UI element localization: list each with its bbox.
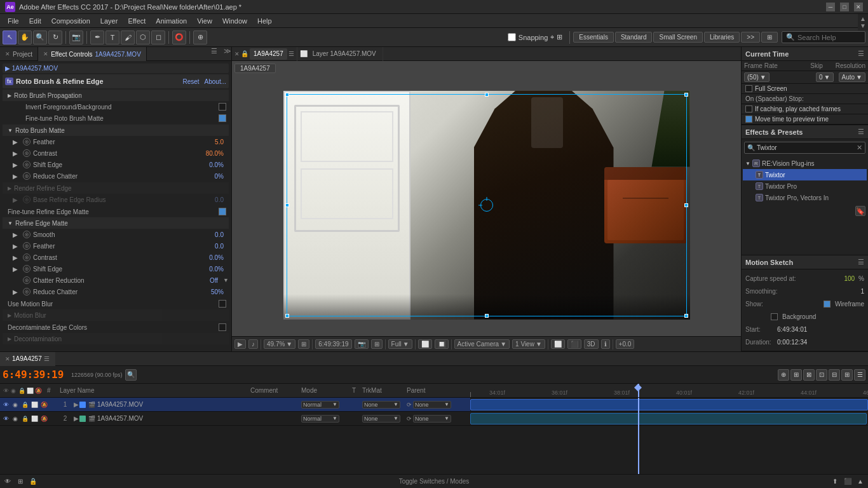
selection-tool[interactable]: ↖ (3, 30, 17, 44)
reset-button[interactable]: Reset (182, 78, 199, 85)
project-tab-close[interactable]: ✕ (5, 51, 10, 57)
layer2-shy[interactable]: 🔕 (39, 414, 48, 423)
prop-contrast-2[interactable]: ▶ ◎ Contrast 0.0% (3, 252, 229, 263)
layer1-shy[interactable]: 🔕 (39, 400, 48, 409)
comp-tab-close[interactable]: ✕ (234, 51, 240, 57)
vp-3d[interactable]: 3D (584, 339, 599, 349)
reduce-chatter2-value[interactable]: 50% (211, 288, 224, 295)
group-header-render-refine[interactable]: ▶ Render Refine Edge (3, 182, 229, 194)
move-time-checkbox[interactable] (745, 116, 752, 123)
track-clip-2[interactable] (470, 413, 867, 424)
ep-category-revisions[interactable]: ▼ R RE:Vision Plug-ins (743, 158, 867, 169)
tl-tool-4[interactable]: ⊡ (816, 369, 827, 381)
vp-region-btn[interactable]: ⬜ (418, 339, 432, 349)
group-header-motion-blur[interactable]: ▶ Motion Blur (3, 309, 229, 321)
tl-tool-2[interactable]: ⊞ (790, 369, 802, 381)
timeline-tab-menu[interactable]: ☰ (44, 355, 50, 362)
roto-tool[interactable]: ⭕ (172, 30, 186, 44)
vp-offset-display[interactable]: +0.0 (616, 339, 635, 349)
chatter-value[interactable]: Off (210, 277, 218, 284)
skip-dropdown[interactable]: 0 ▼ (816, 72, 833, 82)
handle-tm[interactable] (485, 93, 489, 97)
vp-mode1[interactable]: ⬜ (551, 339, 565, 349)
layer1-mode-select[interactable]: Normal ▼ (301, 401, 339, 409)
use-motion-blur-checkbox[interactable] (219, 300, 226, 308)
feather-value[interactable]: 5.0 (215, 139, 224, 146)
vp-camera-dropdown[interactable]: Active Camera ▼ (454, 339, 510, 349)
layer2-solo[interactable]: ◉ (11, 414, 20, 423)
snapping-checkbox[interactable] (508, 33, 516, 41)
menu-help[interactable]: Help (252, 14, 277, 28)
bc-btn-1[interactable]: 👁 (3, 477, 13, 487)
camera-tool[interactable]: 📷 (69, 30, 83, 44)
menu-window[interactable]: Window (217, 14, 252, 28)
tl-tool-5[interactable]: ⊟ (829, 369, 840, 381)
search-input[interactable] (797, 34, 861, 41)
contrast-value[interactable]: 80.0% (206, 150, 224, 157)
ep-search-clear[interactable]: ✕ (857, 144, 862, 152)
frame-rate-dropdown[interactable]: (50) ▼ (744, 72, 770, 82)
zoom-tool[interactable]: 🔍 (33, 30, 47, 44)
effect-tab-close[interactable]: ✕ (43, 51, 48, 57)
ms-background-checkbox[interactable] (771, 313, 778, 320)
menu-layer[interactable]: Layer (95, 14, 123, 28)
fine-tune-matte-checkbox[interactable] (219, 114, 226, 122)
prop-shift-edge[interactable]: ▶ ◎ Shift Edge 0.0% (3, 159, 229, 170)
ep-item-twixtor-pro-vectors[interactable]: T Twixtor Pro, Vectors In (743, 192, 867, 203)
comp-tab-main[interactable]: 1A9A4257 (250, 48, 287, 60)
layer1-expand[interactable]: ▶ (73, 401, 79, 408)
ep-bookmark-btn[interactable]: 🔖 (855, 206, 865, 216)
vp-playback-btn[interactable]: ▶ (234, 339, 246, 349)
layer2-trkmat-select[interactable]: None ▼ (362, 415, 400, 423)
tl-tool-6[interactable]: ⊞ (841, 369, 853, 381)
bc-btn-3[interactable]: 🔒 (28, 477, 38, 487)
shift-edge-value[interactable]: 0.0% (209, 161, 224, 168)
minimize-button[interactable]: ─ (826, 3, 835, 11)
vp-fit-btn[interactable]: ⊞ (298, 339, 309, 349)
layer1-eye[interactable]: 👁 (1, 400, 10, 409)
shift-edge2-value[interactable]: 0.0% (209, 266, 224, 273)
current-time-menu[interactable]: ☰ (858, 50, 864, 58)
track-clip-1[interactable] (470, 399, 868, 410)
smooth-value[interactable]: 0.0 (215, 231, 224, 238)
fine-tune-refine-checkbox[interactable] (219, 208, 226, 215)
panel-menu-btn[interactable]: ☰ (207, 47, 221, 60)
hand-tool[interactable]: ✋ (18, 30, 32, 44)
layer-row-1[interactable]: 👁 ◉ 🔒 ⬜ 🔕 1 ▶ 🎬 1A9A4257.MOV Normal (0, 398, 470, 412)
about-button[interactable]: About... (205, 78, 226, 85)
layer-row-2[interactable]: 👁 ◉ 🔒 ⬜ 🔕 2 ▶ 🎬 1A9A4257.MOV Normal (0, 412, 470, 426)
menu-animation[interactable]: Animation (151, 14, 192, 28)
toggle-switches-label[interactable]: Toggle Switches / Modes (41, 478, 827, 485)
prop-contrast[interactable]: ▶ ◎ Contrast 80.0% (3, 147, 229, 159)
layer2-eye[interactable]: 👁 (1, 414, 10, 423)
layer1-solo[interactable]: ◉ (11, 400, 20, 409)
menu-view[interactable]: View (192, 14, 217, 28)
panel-expand-btn[interactable]: ≫ (224, 47, 231, 60)
workspace-standard[interactable]: Standard (615, 32, 653, 43)
bc-btn-compose[interactable]: ⬆ (830, 477, 840, 487)
layer1-name[interactable]: 1A9A4257.MOV (97, 401, 250, 408)
reduce-chatter-expand[interactable]: ▶ (13, 173, 23, 180)
rotation-tool[interactable]: ↻ (48, 30, 62, 44)
tab-effect-controls[interactable]: ✕ Effect Controls 1A9A4257.MOV (38, 47, 147, 61)
prop-reduce-chatter[interactable]: ▶ ◎ Reduce Chatter 0% (3, 170, 229, 182)
vp-mode2[interactable]: ⬛ (567, 339, 581, 349)
reduce-chatter-value[interactable]: 0% (215, 173, 224, 180)
effects-presets-menu[interactable]: ☰ (858, 128, 864, 136)
invert-fg-bg-checkbox[interactable] (219, 103, 226, 111)
layer2-expand[interactable]: ▶ (73, 415, 79, 422)
group-header-refine-matte[interactable]: ▼ Refine Edge Matte (3, 217, 229, 229)
bc-btn-2[interactable]: ⊞ (15, 477, 25, 487)
ms-wireframe-checkbox[interactable] (824, 301, 831, 308)
text-tool[interactable]: T (105, 30, 119, 44)
viewer-options[interactable]: ⊞ (761, 32, 778, 43)
feather2-value[interactable]: 0.0 (215, 243, 224, 250)
vp-info[interactable]: ℹ (601, 339, 610, 349)
layer1-trkmat-select[interactable]: None ▼ (362, 401, 400, 409)
bc-btn-graph[interactable]: ▲ (855, 477, 865, 487)
vp-quality-dropdown[interactable]: Full ▼ (388, 339, 412, 349)
ep-item-twixtor-pro[interactable]: T Twixtor Pro (743, 180, 867, 192)
motion-sketch-menu[interactable]: ☰ (858, 258, 864, 266)
close-button[interactable]: ✕ (854, 3, 863, 11)
full-screen-checkbox[interactable] (745, 85, 752, 92)
